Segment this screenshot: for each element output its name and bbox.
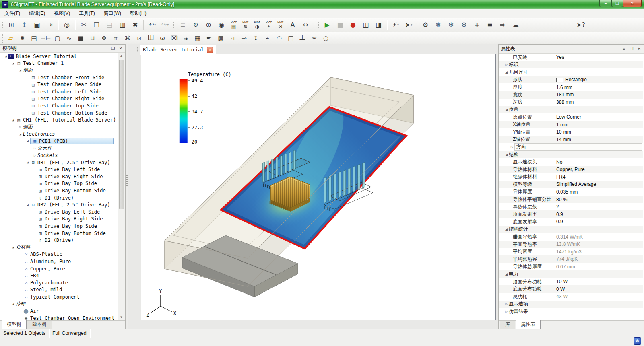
impeller-button[interactable]: ✺ (17, 33, 28, 43)
property-value[interactable]: 0.314 W/mK (556, 234, 583, 240)
expand-toggle-icon[interactable]: ◢ (10, 302, 16, 306)
float-panel-icon[interactable]: ❐ (110, 46, 116, 51)
property-group[interactable]: ▷标识 (499, 61, 643, 69)
property-group[interactable]: ▷方向 (499, 143, 643, 151)
compare-versions-button[interactable]: ⌗ (471, 19, 483, 31)
cut-button[interactable]: ✂ (77, 19, 90, 31)
property-value[interactable]: 0.07 mm (556, 264, 575, 270)
tree-item[interactable]: ⁙Aluminum, Pure (1, 258, 118, 265)
property-value[interactable]: 181 mm (556, 92, 574, 97)
property-value[interactable]: 0.9 (556, 219, 563, 224)
measure-button[interactable]: ↔ (299, 19, 312, 31)
unfreeze-button[interactable]: ❅ (432, 19, 445, 31)
open-equipment-button[interactable]: ↥ (18, 19, 31, 31)
undo-button[interactable]: ↶▾ (146, 19, 159, 31)
find-button[interactable]: ◎ (60, 19, 73, 31)
property-group[interactable]: ▷仿真结果 (499, 308, 643, 315)
plot-section-button[interactable]: Plot◑ (251, 19, 263, 31)
expand-toggle-icon[interactable]: ◢ (18, 68, 23, 72)
tree-item[interactable]: ◢⊡DB2 (FFL, 2.5" Drive Bay) (1, 201, 118, 208)
tree-item[interactable]: ◨Drive Bay Bottom Side (1, 230, 118, 237)
tree-item[interactable]: ◨Drive Bay Top Side (1, 180, 118, 187)
restore-button[interactable]: ❐ (612, 0, 623, 7)
tree-item[interactable]: ⁙Copper, Pure (1, 265, 118, 272)
property-value[interactable]: 1 mm (556, 122, 568, 128)
freeze-all-button[interactable]: ❆ (458, 19, 471, 31)
expand-toggle-icon[interactable]: ◢ (18, 132, 23, 136)
panel-splitter[interactable] (126, 44, 128, 329)
submit-solve-button[interactable]: ➤▾ (402, 19, 415, 31)
spool-button[interactable]: 工 (297, 33, 308, 43)
expand-toggle-icon[interactable]: ◢ (25, 203, 30, 207)
environment-conditions-button[interactable]: ☁ (509, 19, 522, 31)
menu-help[interactable]: 帮助(H) (126, 9, 151, 18)
tree-scrollbar[interactable]: ▲ ▼ (118, 53, 125, 320)
text-annotation-button[interactable]: A (286, 19, 299, 31)
expand-toggle-icon[interactable]: ◢ (25, 139, 30, 143)
expand-toggle-icon[interactable]: ◢ (504, 70, 509, 74)
chip-package-button[interactable]: ■ (75, 33, 87, 43)
tab-model-tree[interactable]: 模型树 (2, 320, 27, 329)
tree-item[interactable]: ◢➤Blade Server Tutorial (1, 53, 118, 60)
property-value[interactable]: 774 J/kgK (556, 256, 578, 262)
tree-item[interactable]: ◨Drive Bay Right Side (1, 173, 118, 180)
expand-toggle-icon[interactable]: ◢ (504, 108, 509, 111)
tree-item[interactable]: ⁙Typical Component (1, 293, 118, 301)
expand-toggle-icon[interactable]: ◢ (504, 153, 509, 157)
stop-solver-button[interactable]: ■ (334, 19, 347, 31)
solve-iso-button[interactable]: ⚡▾ (389, 19, 402, 31)
heatsink-angled-button[interactable]: ⧄ (133, 33, 145, 43)
property-value[interactable]: 14 mm (556, 137, 571, 142)
tree-item[interactable]: ▷Sockets (1, 152, 118, 159)
close-button[interactable]: ✕ (623, 0, 642, 7)
tree-item[interactable]: ⁙ABS-Plastic (1, 251, 118, 258)
coil-button[interactable]: ω (157, 33, 168, 43)
tree-item[interactable]: ◫Test Chamber Front Side (1, 74, 118, 81)
plot-power-button[interactable]: Plot⚡ (263, 19, 275, 31)
tree-item[interactable]: ◨Drive Bay Left Side (1, 166, 118, 173)
tree-item[interactable]: ◢❒Test Chamber 1 (1, 60, 118, 67)
fin-connector-button[interactable]: ♒ (308, 33, 320, 43)
property-value[interactable]: 10 W (556, 279, 568, 284)
scroll-down-icon[interactable]: ▼ (118, 314, 124, 320)
pcb-board-button[interactable]: ▦ (192, 33, 203, 43)
tree-item[interactable]: ◢▤CH1 (FFL, Tutorial Blade Server) (1, 116, 118, 124)
paste-button[interactable]: ▤ (103, 19, 116, 31)
property-value[interactable]: Low Corner (556, 114, 581, 120)
tree-item[interactable]: ◫Test Chamber Rear Side (1, 81, 118, 88)
expand-toggle-icon[interactable]: ◢ (504, 272, 509, 276)
tree-item[interactable]: ◫Test Chamber Top Side (1, 102, 118, 109)
tab-close-icon[interactable]: ✕ (207, 47, 213, 53)
property-value[interactable]: FR4 (556, 174, 566, 180)
component-network-button[interactable]: ⌗ (110, 33, 122, 43)
chip-socket-outline-button[interactable]: ▢ (52, 33, 63, 43)
grid-settings-button[interactable]: ⚙ (419, 19, 432, 31)
tab-properties[interactable]: 属性表 (516, 320, 541, 329)
tree-item[interactable]: ▷众元件 (1, 145, 118, 152)
animation-frames-button[interactable]: ◫ (359, 19, 372, 31)
float-panel-icon[interactable]: ❐ (628, 47, 635, 51)
close-panel-icon[interactable]: ✕ (118, 46, 124, 51)
new-equipment-button[interactable]: ⊞ (5, 19, 18, 31)
panel-menu-icon[interactable]: ≡ (621, 47, 627, 51)
property-value[interactable]: 1.6 mm (556, 84, 572, 90)
copy-button[interactable]: ❏ (90, 19, 103, 31)
menu-tools[interactable]: 工具(T) (74, 9, 99, 18)
tree-item[interactable]: ⁙Polycarbonate (1, 279, 118, 286)
plot-table-button[interactable]: Plot▦ (228, 19, 239, 31)
tree-item[interactable]: ◫Test Chamber Bottom Side (1, 109, 118, 117)
pcb-import-button[interactable]: ☛ (203, 33, 215, 43)
louvre-plates-button[interactable]: ≋ (180, 33, 192, 43)
pin-button[interactable]: ↧ (250, 33, 262, 43)
tree-item[interactable]: ◢⊡DB1 (FFL, 2.5" Drive Bay) (1, 159, 118, 166)
menu-file[interactable]: 文件(F) (0, 9, 25, 18)
property-value[interactable]: 43 W (556, 294, 568, 299)
rf-source-button[interactable]: ◠ (273, 33, 285, 43)
tree-item[interactable]: ▷侧面 (1, 124, 118, 131)
import-model-button[interactable]: ⇥ (43, 19, 56, 31)
tree-item[interactable]: ⁙FR4 (1, 272, 118, 279)
expand-toggle-icon[interactable]: ◢ (10, 118, 16, 122)
property-value[interactable]: 80 % (556, 197, 567, 202)
property-value[interactable]: 1471 kg/m3 (556, 249, 582, 255)
socket-button[interactable]: ⊔ (87, 33, 98, 43)
